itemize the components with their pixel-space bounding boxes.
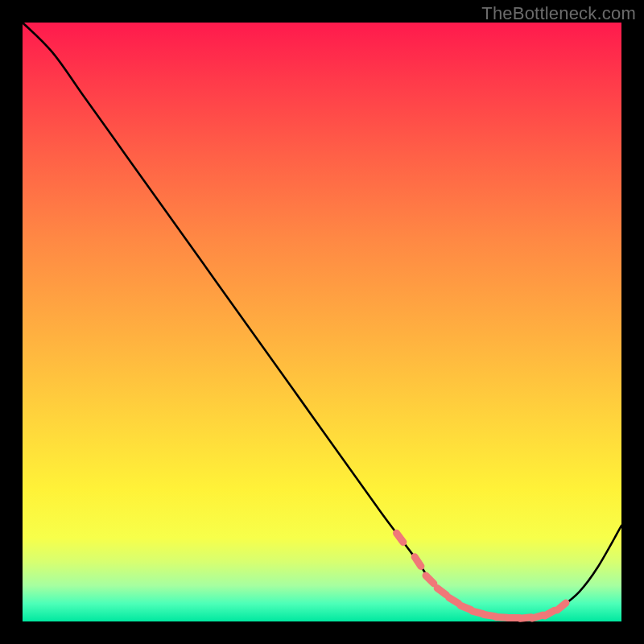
chart-frame: TheBottleneck.com — [0, 0, 644, 644]
segment-marker — [557, 603, 566, 610]
segment-marker — [545, 610, 555, 616]
segment-marker — [437, 588, 446, 595]
curve-line — [23, 23, 621, 618]
segment-markers — [397, 533, 566, 618]
segment-marker — [397, 533, 403, 542]
segment-marker — [415, 557, 421, 567]
segment-marker — [426, 576, 434, 584]
watermark-text: TheBottleneck.com — [481, 3, 636, 24]
chart-svg — [23, 23, 621, 621]
segment-marker — [449, 597, 459, 603]
gradient-plot-area — [23, 23, 621, 621]
